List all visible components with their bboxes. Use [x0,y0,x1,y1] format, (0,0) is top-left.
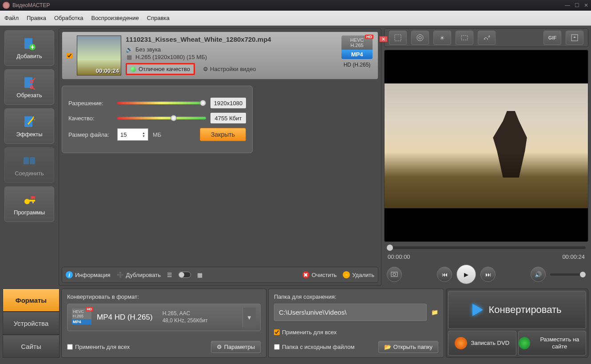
svg-rect-15 [461,36,468,40]
effects-label: Эффекты [16,131,42,138]
tab-devices[interactable]: Устройства [3,312,59,335]
brightness-tool-icon[interactable]: ☀ [433,31,451,45]
svg-rect-12 [395,35,401,41]
tab-sites[interactable]: Сайты [3,335,59,358]
gif-tool-button[interactable]: GIF [543,31,561,45]
resolution-slider[interactable] [117,102,206,104]
preview-pane: ☀ GIF 00:00:00 00:00:24 ⏮ ▶ ⏭ 🔊 [384,28,588,286]
volume-slider[interactable] [550,273,586,276]
save-path-field[interactable]: C:\Users\unive\Videos\ [274,304,427,321]
file-item[interactable]: 00:00:24 1110231_Kisses_Wheat_White_1280… [62,32,378,79]
fullscreen-tool-icon[interactable] [566,31,583,45]
clear-button[interactable]: ✖Очистить [302,271,337,278]
action-panel: Конвертировать Записать DVD Разместить н… [446,289,588,358]
menu-edit[interactable]: Правка [27,15,46,21]
menu-bar: Файл Правка Обработка Воспроизведение Сп… [0,11,591,26]
crop-tool-icon[interactable] [389,31,407,45]
convert-arrow-icon [472,304,483,316]
video-settings-link[interactable]: ⚙ Настройки видео [203,66,256,72]
minimize-icon[interactable]: — [565,2,570,8]
browse-folder-icon[interactable]: 📁 [431,309,438,316]
file-actions-bar: iИнформация ➕Дублировать ☰ ▦ ✖Очистить −… [62,267,378,283]
svg-point-14 [419,36,421,39]
step-up-icon[interactable]: ▲ [142,131,145,135]
menu-help[interactable]: Справка [147,15,170,21]
effects-button[interactable]: Эффекты [4,108,54,144]
quality-button[interactable]: Отличное качество [126,63,195,75]
audio-icon: 🔊 [126,46,133,53]
apply-all-save-checkbox[interactable]: Применить для всех [274,329,337,336]
close-icon[interactable]: ✕ [584,2,588,8]
filesize-label: Размер файла: [68,131,113,138]
prev-button[interactable]: ⏮ [437,267,452,282]
quality-panel: Разрешение: 1920x1080 Качество: 4755 Кби… [62,86,253,153]
view-grid-icon[interactable]: ▦ [197,272,202,278]
speed-tool-icon[interactable] [478,31,496,45]
apply-all-format-checkbox[interactable]: Применить для всех [67,344,130,350]
stabilize-tool-icon[interactable] [456,31,473,45]
tab-formats[interactable]: Форматы [3,289,59,312]
view-toggle-icon[interactable] [178,272,191,278]
dvd-icon [455,337,467,349]
svg-point-13 [417,35,423,41]
filesize-stepper[interactable]: 15 ▲▼ [117,128,148,141]
svg-rect-11 [31,196,35,199]
programs-button[interactable]: Программы [4,186,54,222]
close-panel-button[interactable]: Закрыть [200,128,246,141]
file-checkbox[interactable] [67,53,72,59]
join-label: Соединить [15,170,44,177]
file-name: 1110231_Kisses_Wheat_White_1280x720.mp4 [126,36,373,43]
key-icon [22,193,36,207]
delete-button[interactable]: −Удалить [343,271,374,278]
folder-icon: 📂 [384,344,391,350]
seek-slider[interactable] [387,246,586,249]
add-button[interactable]: Добавить [4,30,54,66]
trim-button[interactable]: Обрезать [4,69,54,105]
app-logo-icon [3,2,10,9]
codec-badge: HD ✕ HEVCH.265 MP4 HD (H.265) [341,36,373,68]
burn-dvd-button[interactable]: Записать DVD [448,331,516,356]
view-list-icon[interactable]: ☰ [167,272,172,278]
open-folder-button[interactable]: 📂Открыть папку [378,341,438,353]
minus-icon: − [343,271,350,278]
vignette-tool-icon[interactable] [411,31,429,45]
quality-slider[interactable] [117,117,206,119]
time-total: 00:00:24 [562,253,585,260]
info-button[interactable]: iИнформация [66,271,111,278]
volume-button[interactable]: 🔊 [531,267,546,282]
quality-dot-icon [131,67,136,72]
format-selector[interactable]: HD HEVCH.265 MP4 MP4 HD (H.265) H.265, A… [67,304,261,331]
snapshot-button[interactable] [387,267,402,282]
convert-button[interactable]: Конвертировать [448,291,586,329]
remove-file-button[interactable]: ✕ [379,36,388,42]
step-down-icon[interactable]: ▼ [142,135,145,138]
save-folder-panel: Папка для сохранения: C:\Users\unive\Vid… [268,289,444,358]
gear-icon: ⚙ [203,66,208,72]
time-current: 00:00:00 [388,253,410,260]
maximize-icon[interactable]: ☐ [575,2,579,8]
menu-file[interactable]: Файл [4,15,19,21]
codec-sub: HD (H.265) [341,62,373,68]
next-button[interactable]: ⏭ [480,267,496,282]
menu-playback[interactable]: Воспроизведение [91,15,139,21]
plus-icon: ➕ [117,272,124,278]
upload-button[interactable]: Разместить на сайте [518,331,587,356]
globe-icon [519,337,530,349]
source-folder-checkbox[interactable]: Папка с исходным файлом [274,344,354,350]
parameters-button[interactable]: ⚙Параметры [211,341,261,353]
info-icon: i [66,271,73,278]
join-button[interactable]: Соединить [4,147,54,183]
menu-process[interactable]: Обработка [54,15,83,21]
quality-label-field: Качество: [68,115,113,122]
programs-label: Программы [14,209,45,216]
convert-header: Конвертировать в формат: [67,293,261,300]
file-list-pane: 00:00:24 1110231_Kisses_Wheat_White_1280… [59,28,381,286]
left-toolbar: Добавить Обрезать Эффекты Соединить Прог… [3,28,56,286]
cancel-icon: ✖ [302,271,309,278]
preview-video[interactable] [384,50,588,242]
file-thumbnail[interactable]: 00:00:24 [77,36,121,75]
play-button[interactable]: ▶ [456,265,476,284]
svg-point-20 [393,273,396,276]
format-dropdown-icon[interactable]: ▼ [242,308,256,327]
duplicate-button[interactable]: ➕Дублировать [117,272,161,278]
